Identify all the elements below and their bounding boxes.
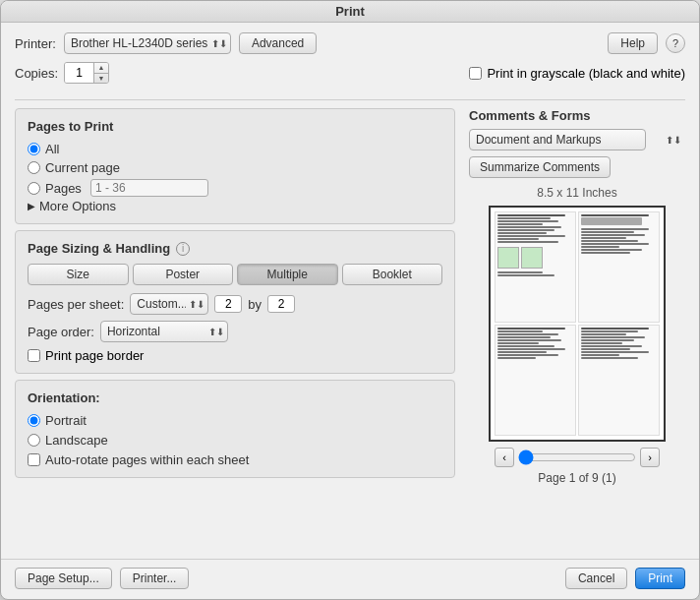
comments-forms: Comments & Forms Document and Markups Do… xyxy=(469,108,685,178)
comments-select[interactable]: Document and Markups Document Form Field… xyxy=(469,129,646,150)
auto-rotate-row: Auto-rotate pages within each sheet xyxy=(28,452,442,467)
orientation-radio-group: Portrait Landscape Auto-rotate pages wit… xyxy=(28,413,442,467)
preview-frame xyxy=(489,206,666,442)
copies-input-wrapper: ▲ ▼ xyxy=(64,62,109,84)
page-setup-button[interactable]: Page Setup... xyxy=(15,568,112,589)
bottom-right: Cancel Print xyxy=(565,568,685,589)
copies-input[interactable] xyxy=(65,62,94,84)
pages-per-sheet-label: Pages per sheet: xyxy=(28,297,124,312)
page-sizing-title-row: Page Sizing & Handling i xyxy=(28,241,442,256)
by-label: by xyxy=(248,297,262,312)
bottom-left: Page Setup... Printer... xyxy=(15,568,189,589)
copies-row: Copies: ▲ ▼ Print in grayscale (black an… xyxy=(15,62,685,84)
pages-label[interactable]: Pages xyxy=(45,181,82,196)
page-sizing-title: Page Sizing & Handling xyxy=(28,241,170,256)
cols-input[interactable] xyxy=(214,295,242,313)
tab-size[interactable]: Size xyxy=(28,264,129,285)
preview-cell-2 xyxy=(578,211,660,323)
current-page-label[interactable]: Current page xyxy=(45,160,120,175)
info-icon[interactable]: i xyxy=(176,242,190,256)
landscape-radio[interactable] xyxy=(28,434,40,447)
grayscale-row: Print in grayscale (black and white) xyxy=(469,66,685,81)
current-page-row: Current page xyxy=(28,160,442,175)
preview-cell-3 xyxy=(495,325,576,436)
pages-per-sheet-select[interactable]: Custom...246916 xyxy=(130,293,208,315)
print-button[interactable]: Print xyxy=(635,568,685,589)
portrait-radio[interactable] xyxy=(28,414,40,427)
window-title: Print xyxy=(335,4,365,19)
landscape-label[interactable]: Landscape xyxy=(45,433,108,448)
next-page-button[interactable]: › xyxy=(640,448,660,467)
prev-page-button[interactable]: ‹ xyxy=(495,448,514,467)
help-icon-button[interactable]: ? xyxy=(666,33,685,53)
pages-radio-group: All Current page Pages xyxy=(28,142,442,197)
printer-label: Printer: xyxy=(15,36,56,51)
preview-grid xyxy=(491,208,664,440)
print-dialog: Print Printer: Brother HL-L2340D series … xyxy=(0,0,700,600)
all-radio-row: All xyxy=(28,142,442,156)
pages-per-sheet-row: Pages per sheet: Custom...246916 ⬆⬇ by xyxy=(28,293,442,315)
page-info: Page 1 of 9 (1) xyxy=(538,471,615,485)
comments-select-wrapper[interactable]: Document and Markups Document Form Field… xyxy=(469,129,685,150)
bottom-bar: Page Setup... Printer... Cancel Print xyxy=(1,559,699,599)
cancel-button[interactable]: Cancel xyxy=(565,568,627,589)
grayscale-label[interactable]: Print in grayscale (black and white) xyxy=(487,66,685,81)
print-border-label[interactable]: Print page border xyxy=(45,348,144,363)
tab-multiple[interactable]: Multiple xyxy=(237,264,338,285)
printer-row: Printer: Brother HL-L2340D series ⬆⬇ Adv… xyxy=(15,32,685,54)
current-page-radio[interactable] xyxy=(28,161,40,174)
left-panel: Pages to Print All Current page Pages xyxy=(15,108,455,553)
tab-booklet[interactable]: Booklet xyxy=(342,264,443,285)
pages-radio[interactable] xyxy=(28,182,40,195)
page-order-row: Page order: Horizontal Horizontal Revers… xyxy=(28,321,442,342)
right-panel: Comments & Forms Document and Markups Do… xyxy=(469,108,685,553)
page-order-select[interactable]: Horizontal Horizontal Reversed Vertical … xyxy=(100,321,228,342)
top-divider xyxy=(15,99,685,100)
copies-up[interactable]: ▲ xyxy=(94,62,108,74)
more-options[interactable]: ▶ More Options xyxy=(28,199,442,213)
title-bar: Print xyxy=(1,1,699,23)
preview-cell-1 xyxy=(495,211,576,323)
rows-input[interactable] xyxy=(267,295,295,313)
all-label[interactable]: All xyxy=(45,142,59,156)
portrait-label[interactable]: Portrait xyxy=(45,413,87,428)
tab-poster[interactable]: Poster xyxy=(133,264,234,285)
copies-label: Copies: xyxy=(15,66,58,81)
print-border-checkbox[interactable] xyxy=(28,349,40,362)
page-order-select-wrapper[interactable]: Horizontal Horizontal Reversed Vertical … xyxy=(100,321,228,342)
copies-down[interactable]: ▼ xyxy=(94,74,108,85)
page-slider[interactable] xyxy=(518,450,636,465)
print-page-border-row: Print page border xyxy=(28,348,442,363)
help-button[interactable]: Help xyxy=(608,32,658,54)
summarize-button[interactable]: Summarize Comments xyxy=(469,156,611,178)
copies-stepper: ▲ ▼ xyxy=(94,62,108,84)
orientation-title: Orientation: xyxy=(28,390,442,405)
comments-select-arrow: ⬆⬇ xyxy=(666,135,681,146)
pages-to-print-section: Pages to Print All Current page Pages xyxy=(15,108,455,224)
main-area: Pages to Print All Current page Pages xyxy=(15,108,685,553)
preview-cell-4 xyxy=(578,325,660,436)
printer-select-wrapper[interactable]: Brother HL-L2340D series ⬆⬇ xyxy=(64,32,231,54)
auto-rotate-checkbox[interactable] xyxy=(28,453,40,466)
auto-rotate-label[interactable]: Auto-rotate pages within each sheet xyxy=(45,452,249,467)
pages-per-sheet-select-wrapper[interactable]: Custom...246916 ⬆⬇ xyxy=(130,293,208,315)
portrait-row: Portrait xyxy=(28,413,442,428)
page-order-label: Page order: xyxy=(28,325,94,339)
advanced-button[interactable]: Advanced xyxy=(239,32,317,54)
pages-to-print-title: Pages to Print xyxy=(28,119,442,134)
landscape-row: Landscape xyxy=(28,433,442,448)
pages-range-input[interactable] xyxy=(90,179,208,197)
more-options-arrow: ▶ xyxy=(28,201,35,211)
comments-forms-title: Comments & Forms xyxy=(469,108,685,123)
orientation-section: Orientation: Portrait Landscape Auto- xyxy=(15,380,455,478)
preview-nav: ‹ › xyxy=(495,448,660,467)
grayscale-checkbox[interactable] xyxy=(469,67,482,80)
printer-select[interactable]: Brother HL-L2340D series xyxy=(64,32,231,54)
dialog-content: Printer: Brother HL-L2340D series ⬆⬇ Adv… xyxy=(1,23,699,553)
preview-size-label: 8.5 x 11 Inches xyxy=(537,186,616,200)
preview-area: 8.5 x 11 Inches xyxy=(469,186,685,485)
all-radio[interactable] xyxy=(28,143,40,155)
printer-button[interactable]: Printer... xyxy=(120,568,190,589)
pages-row: Pages xyxy=(28,179,442,197)
more-options-label: More Options xyxy=(39,199,116,213)
